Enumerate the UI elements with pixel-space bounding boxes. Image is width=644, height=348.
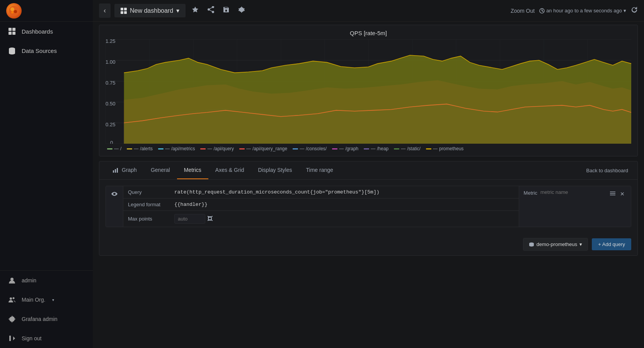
tab-metrics-label: Metrics <box>184 167 201 173</box>
legend-item-api-metrics[interactable]: — /api/metrics <box>158 146 195 151</box>
legend-item-api-query-range[interactable]: — /api/query_range <box>239 146 287 151</box>
metric-name-input[interactable] <box>540 189 605 195</box>
sidebar-item-dashboards[interactable]: Dashboards <box>0 22 93 41</box>
sidebar-item-grafana-admin[interactable]: Grafana admin <box>0 309 93 329</box>
legend-color-alerts <box>127 148 132 149</box>
legend-item-prometheus[interactable]: — prometheus <box>426 146 463 151</box>
tab-general[interactable]: General <box>144 161 177 179</box>
legend-color-consoles <box>293 148 298 149</box>
legend-format-label: Legend format <box>128 202 174 207</box>
tab-graph[interactable]: Graph <box>106 161 144 179</box>
legend-item-consoles[interactable]: — /consoles/ <box>293 146 327 151</box>
sign-out-label: Sign out <box>22 335 41 341</box>
sidebar-dashboards-label: Dashboards <box>22 28 53 35</box>
datasource-arrow-icon: ▾ <box>579 241 582 247</box>
legend-color-static <box>394 148 399 149</box>
datasource-label: demo-prometheus <box>537 241 578 247</box>
main-area: ‹ New dashboard ▾ Zoom Out an hour ago t… <box>93 0 644 348</box>
dashboard-title-label: New dashboard <box>130 7 173 14</box>
query-input[interactable] <box>174 189 514 195</box>
legend-item-heap[interactable]: — /heap <box>364 146 388 151</box>
query-eye-toggle[interactable] <box>106 186 123 227</box>
query-actions: ✕ <box>608 189 626 198</box>
tab-axes-grid[interactable]: Axes & Grid <box>208 161 251 179</box>
svg-rect-7 <box>12 32 15 35</box>
signout-icon <box>8 334 16 343</box>
query-menu-button[interactable] <box>608 190 617 198</box>
tab-time-range[interactable]: Time range <box>299 161 340 179</box>
sidebar-item-main-org[interactable]: Main Org. ▾ <box>0 290 93 309</box>
query-row: Query Legend format Max points <box>106 186 631 227</box>
share-button[interactable] <box>205 4 216 17</box>
legend-color-api-query <box>200 148 206 149</box>
back-to-dashboard-button[interactable]: Back to dashboard <box>583 168 631 173</box>
query-bottom-bar: demo-prometheus ▾ + Add query <box>99 233 637 255</box>
legend-text-api-query: /api/query <box>213 146 234 151</box>
query-right-panel: Metric ✕ <box>519 186 631 227</box>
legend-label-graph: — <box>339 146 344 151</box>
sidebar-item-admin[interactable]: admin <box>0 271 93 290</box>
legend-text-consoles: /consoles/ <box>306 146 327 151</box>
svg-rect-48 <box>610 195 615 195</box>
legend-text-prometheus: prometheus <box>439 146 463 151</box>
dashboard-grid-icon <box>121 8 127 14</box>
legend-text-heap: /heap <box>377 146 388 151</box>
max-points-row: Max points <box>123 211 519 227</box>
legend-item-alerts[interactable]: — /alerts <box>127 146 153 151</box>
metric-label: Metric <box>524 189 537 196</box>
database-icon <box>8 46 16 55</box>
chart-panel: QPS [rate-5m] <box>99 25 638 156</box>
zoom-out-button[interactable]: Zoom Out <box>511 8 535 14</box>
time-range-arrow: ▾ <box>624 8 626 14</box>
query-remove-button[interactable]: ✕ <box>618 190 626 198</box>
svg-point-2 <box>14 10 17 13</box>
legend-item-api-query[interactable]: — /api/query <box>200 146 234 151</box>
eye-icon <box>111 191 118 198</box>
editor-panel: Graph General Metrics Axes & Grid Displa… <box>99 161 638 256</box>
legend-text-alerts: /alerts <box>140 146 153 151</box>
gear-icon <box>8 315 16 323</box>
legend-item-root[interactable]: — / <box>107 146 121 151</box>
grafana-logo[interactable] <box>6 3 22 19</box>
grid-icon <box>8 27 16 36</box>
max-points-external-button[interactable] <box>205 215 215 223</box>
max-points-input[interactable] <box>174 214 205 224</box>
refresh-button[interactable] <box>631 6 638 15</box>
tab-metrics[interactable]: Metrics <box>177 161 208 179</box>
settings-button[interactable] <box>236 4 247 17</box>
dashboard-title-button[interactable]: New dashboard ▾ <box>114 4 186 17</box>
legend-color-root <box>107 148 112 149</box>
legend-label-api-query-range: — <box>246 146 251 151</box>
sidebar-toggle-button[interactable]: ‹ <box>99 3 111 18</box>
sidebar-logo <box>0 0 93 22</box>
sidebar-bottom: admin Main Org. ▾ Grafana admin <box>0 270 93 348</box>
sidebar-item-data-sources[interactable]: Data Sources <box>0 41 93 60</box>
svg-text:0.75: 0.75 <box>106 80 116 85</box>
svg-text:1.00: 1.00 <box>106 59 116 65</box>
legend-color-api-metrics <box>158 148 164 149</box>
time-range-picker[interactable]: an hour ago to a few seconds ago ▾ <box>539 8 626 14</box>
tab-graph-label: Graph <box>122 167 137 173</box>
add-query-button[interactable]: + Add query <box>592 238 631 250</box>
svg-text:0.25: 0.25 <box>106 122 116 127</box>
legend-item-graph[interactable]: — /graph <box>332 146 358 151</box>
svg-point-10 <box>10 297 12 300</box>
star-button[interactable] <box>189 4 201 17</box>
legend-format-input[interactable] <box>174 202 514 207</box>
svg-point-0 <box>9 6 19 16</box>
tab-display-styles-label: Display Styles <box>258 167 292 173</box>
editor-tabs: Graph General Metrics Axes & Grid Displa… <box>99 161 637 180</box>
legend-text-static: /static/ <box>407 146 421 151</box>
legend-label-heap: — <box>371 146 375 151</box>
datasource-selector-button[interactable]: demo-prometheus ▾ <box>523 238 588 251</box>
svg-rect-4 <box>9 28 12 31</box>
legend-item-static[interactable]: — /static/ <box>394 146 421 151</box>
legend-text-root: / <box>120 146 121 151</box>
svg-rect-43 <box>113 170 114 173</box>
legend-color-graph <box>332 148 337 149</box>
sidebar-item-sign-out[interactable]: Sign out <box>0 329 93 348</box>
tab-display-styles[interactable]: Display Styles <box>251 161 299 179</box>
save-button[interactable] <box>220 4 232 17</box>
query-label: Query <box>128 189 174 195</box>
svg-point-1 <box>10 7 14 11</box>
